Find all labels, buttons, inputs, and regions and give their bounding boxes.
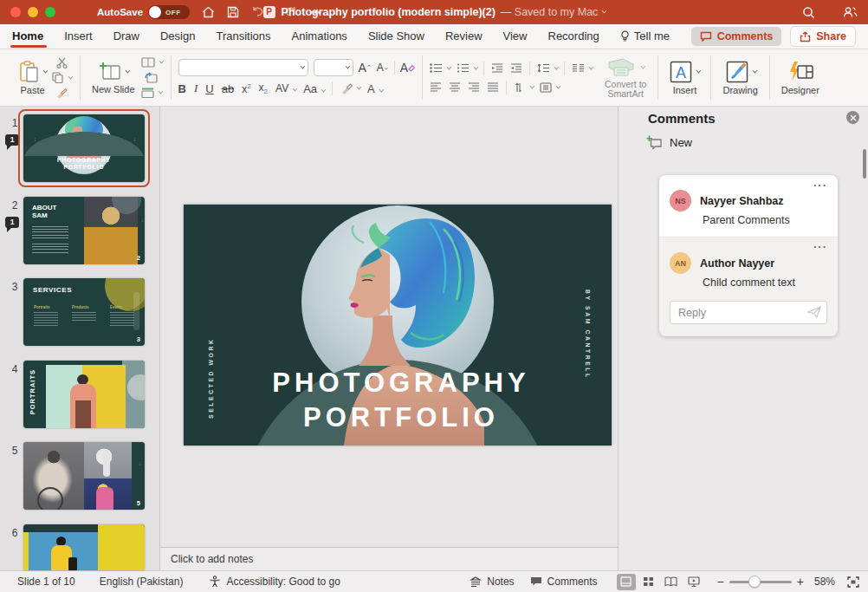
share-people-icon[interactable] [843, 6, 858, 18]
reply-input[interactable] [670, 301, 827, 324]
zoom-out-button[interactable]: − [717, 575, 724, 589]
redo-button[interactable] [284, 6, 297, 18]
parent-comment[interactable]: ··· NS Nayyer Shahbaz Parent Comments [659, 175, 838, 237]
slide-thumbnail-4[interactable]: PORTRAITS [23, 361, 145, 428]
reset-slide-button[interactable] [141, 70, 162, 85]
italic-button[interactable]: I [194, 81, 198, 95]
highlight-color-button[interactable] [340, 83, 360, 94]
tab-view[interactable]: View [493, 24, 538, 49]
character-spacing-button[interactable]: AV [275, 82, 295, 94]
reading-view-button[interactable] [662, 574, 681, 590]
line-spacing-button[interactable] [537, 63, 557, 73]
layout-button[interactable] [141, 55, 162, 70]
slide-1-comment-badge[interactable]: 1 [5, 134, 19, 146]
normal-view-button[interactable] [617, 574, 636, 590]
align-right-button[interactable] [468, 82, 480, 92]
comment-menu-button[interactable]: ··· [813, 179, 827, 192]
slide-thumbnail-2[interactable]: ABOUTSAM ||| 2 [23, 197, 145, 264]
font-color-button[interactable]: A [367, 82, 382, 95]
close-comments-icon[interactable] [846, 111, 859, 124]
share-button[interactable]: Share [790, 26, 856, 47]
slide-thumbnail-5[interactable]: ||| 5 [23, 442, 145, 510]
change-case-button[interactable]: Aa [303, 82, 324, 95]
numbering-button[interactable] [457, 63, 476, 73]
font-size-select[interactable] [314, 59, 353, 76]
tab-design[interactable]: Design [150, 24, 205, 49]
tab-home[interactable]: Home [12, 24, 54, 49]
slideshow-view-button[interactable] [684, 574, 703, 590]
format-painter-button[interactable] [52, 86, 71, 101]
zoom-slider-knob[interactable] [748, 576, 761, 588]
more-commands-icon[interactable]: ⋯ [309, 5, 322, 19]
slide-thumbnail-1[interactable]: PHOTOGRAPHYPORTFOLIO ||| ||| [23, 114, 145, 182]
fit-slide-button[interactable] [847, 576, 859, 588]
save-icon[interactable] [227, 6, 239, 18]
increase-font-size-button[interactable]: A⌃ [359, 61, 372, 75]
zoom-percentage[interactable]: 58% [814, 576, 835, 588]
justify-button[interactable] [487, 82, 499, 92]
paste-button[interactable]: Paste [15, 59, 50, 97]
zoom-in-button[interactable]: + [797, 575, 804, 589]
search-icon[interactable] [802, 6, 815, 19]
comments-toggle-button[interactable]: Comments [691, 27, 782, 46]
tab-animations[interactable]: Animations [282, 24, 358, 49]
child-comment[interactable]: ··· AN Author Nayyer Child comment text [659, 237, 838, 299]
convert-to-smartart-button[interactable]: Convert toSmartArt [600, 55, 651, 101]
align-left-button[interactable] [430, 82, 442, 92]
text-direction-icon [514, 82, 526, 93]
tab-slide-show[interactable]: Slide Show [358, 24, 435, 49]
slide-sorter-view-button[interactable] [639, 574, 658, 590]
increase-indent-button[interactable] [510, 63, 522, 73]
bold-button[interactable]: B [178, 82, 186, 95]
decrease-indent-button[interactable] [491, 63, 503, 73]
slide-thumbnail-6[interactable] [23, 524, 145, 570]
subscript-button[interactable]: x2 [259, 81, 268, 95]
tab-insert[interactable]: Insert [54, 24, 103, 49]
tab-tell-me[interactable]: Tell me [610, 24, 680, 49]
slide-counter[interactable]: Slide 1 of 10 [17, 576, 75, 588]
notes-area[interactable]: Click to add notes [160, 547, 618, 570]
send-reply-icon[interactable] [807, 306, 821, 322]
zoom-window-button[interactable] [45, 7, 55, 17]
new-slide-button[interactable]: New Slide [87, 60, 139, 96]
new-comment-button[interactable]: New [646, 135, 692, 150]
align-text-button[interactable] [540, 82, 559, 93]
tab-review[interactable]: Review [435, 24, 493, 49]
language-selector[interactable]: English (Pakistan) [100, 576, 184, 588]
zoom-slider[interactable] [729, 581, 792, 583]
slide-4-number: 4 [8, 363, 22, 375]
section-button[interactable] [141, 86, 162, 101]
text-direction-button[interactable] [514, 82, 533, 93]
home-icon[interactable] [202, 6, 215, 18]
close-window-button[interactable] [10, 7, 21, 17]
comment-menu-button[interactable]: ··· [813, 240, 827, 253]
insert-text-box-button[interactable]: A Insert [665, 59, 703, 97]
bullets-button[interactable] [430, 63, 450, 73]
font-name-select[interactable] [178, 59, 308, 76]
superscript-button[interactable]: x2 [242, 82, 250, 95]
tab-draw[interactable]: Draw [103, 24, 150, 49]
designer-button[interactable]: Designer [777, 59, 824, 97]
align-center-button[interactable] [449, 82, 461, 92]
decrease-font-size-button[interactable]: A⌄ [377, 62, 389, 74]
autosave-toggle[interactable]: AutoSave OFF [97, 5, 190, 19]
tab-transitions[interactable]: Transitions [205, 24, 281, 49]
accessibility-status[interactable]: Accessibility: Good to go [209, 576, 340, 588]
slide-2-comment-badge[interactable]: 1 [5, 217, 19, 228]
strikethrough-button[interactable]: ab [222, 82, 234, 95]
slide-thumbnail-3[interactable]: SERVICES Portraits Products Events 3 [23, 278, 145, 346]
tab-recording[interactable]: Recording [538, 24, 610, 49]
notes-toggle-button[interactable]: Notes [470, 576, 514, 588]
copy-button[interactable] [52, 70, 71, 85]
undo-button[interactable] [251, 6, 272, 18]
clear-formatting-button[interactable]: A [400, 61, 415, 75]
minimize-window-button[interactable] [28, 7, 38, 17]
drawing-button[interactable]: Drawing [718, 59, 761, 97]
comments-toggle-statusbar[interactable]: Comments [530, 576, 598, 588]
columns-button[interactable] [572, 63, 592, 73]
autosave-switch-icon[interactable]: OFF [148, 5, 190, 19]
comments-scrollbar[interactable] [863, 149, 866, 179]
underline-button[interactable]: U [205, 82, 213, 95]
cut-button[interactable] [52, 55, 71, 70]
slide-canvas[interactable]: SELECTED WORK BY SAM CANTRELL PHOTOGRAPH… [184, 205, 612, 446]
